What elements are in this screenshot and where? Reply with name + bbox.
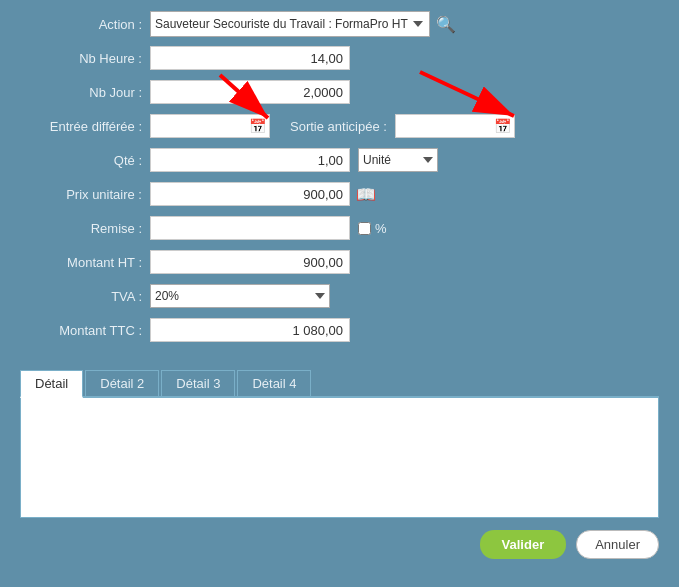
sortie-input[interactable] [395, 114, 515, 138]
book-icon[interactable]: 📖 [356, 185, 376, 204]
search-button[interactable]: 🔍 [436, 15, 456, 34]
entree-label: Entrée différée : [20, 119, 150, 134]
nb-jour-input[interactable] [150, 80, 350, 104]
entree-input[interactable] [150, 114, 270, 138]
entree-date-wrap: 📅 [150, 114, 270, 138]
remise-checkbox[interactable] [358, 222, 371, 235]
prix-label: Prix unitaire : [20, 187, 150, 202]
tabs-section: Détail Détail 2 Détail 3 Détail 4 [20, 370, 659, 518]
tva-label: TVA : [20, 289, 150, 304]
montant-ttc-label: Montant TTC : [20, 323, 150, 338]
valider-button[interactable]: Valider [480, 530, 567, 559]
sortie-date-wrap: 📅 [395, 114, 515, 138]
qte-label: Qté : [20, 153, 150, 168]
tabs-header: Détail Détail 2 Détail 3 Détail 4 [20, 370, 659, 398]
remise-checkbox-wrap: % [358, 221, 387, 236]
search-icon: 🔍 [436, 16, 456, 33]
annuler-button[interactable]: Annuler [576, 530, 659, 559]
action-select[interactable]: Sauveteur Secouriste du Travail : FormaP… [150, 11, 430, 37]
qte-input[interactable] [150, 148, 350, 172]
montant-ht-input[interactable] [150, 250, 350, 274]
nb-heure-input[interactable] [150, 46, 350, 70]
percent-label: % [375, 221, 387, 236]
tab-content [20, 398, 659, 518]
tab-detail-3[interactable]: Détail 3 [161, 370, 235, 396]
sortie-label: Sortie anticipée : [290, 119, 387, 134]
montant-ttc-input[interactable] [150, 318, 350, 342]
prix-input[interactable] [150, 182, 350, 206]
action-label: Action : [20, 17, 150, 32]
unite-select[interactable]: Unité [358, 148, 438, 172]
nb-jour-label: Nb Jour : [20, 85, 150, 100]
tva-select[interactable]: 20% [150, 284, 330, 308]
buttons-row: Valider Annuler [0, 518, 679, 569]
remise-label: Remise : [20, 221, 150, 236]
montant-ht-label: Montant HT : [20, 255, 150, 270]
tab-detail-1[interactable]: Détail [20, 370, 83, 398]
remise-input[interactable] [150, 216, 350, 240]
tab-detail-4[interactable]: Détail 4 [237, 370, 311, 396]
nb-heure-label: Nb Heure : [20, 51, 150, 66]
tab-detail-2[interactable]: Détail 2 [85, 370, 159, 396]
